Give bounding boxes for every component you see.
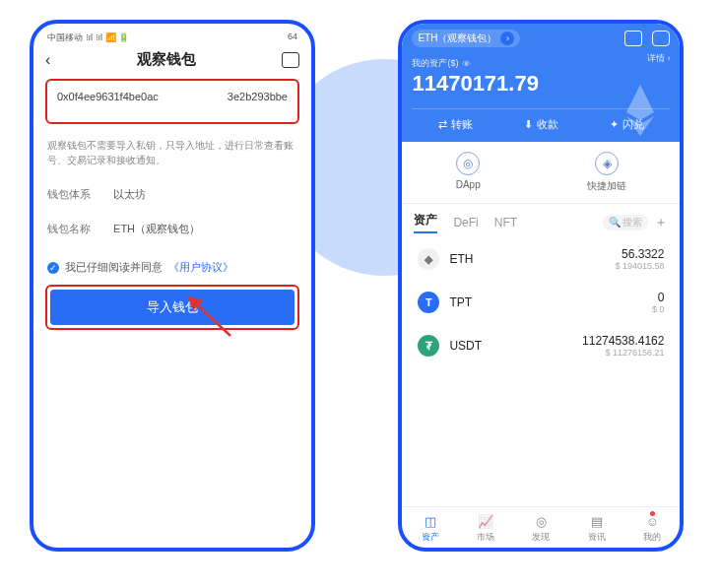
nav-market[interactable]: 📈 市场 — [477, 513, 494, 544]
user-agreement-link[interactable]: 《用户协议》 — [168, 260, 233, 275]
tpt-icon: Т — [418, 292, 439, 313]
agreement-row[interactable]: ✓ 我已仔细阅读并同意 《用户协议》 — [47, 260, 297, 275]
tab-defi[interactable]: DeFi — [453, 216, 478, 229]
wallet-system-row: 钱包体系 以太坊 — [47, 187, 297, 202]
transfer-icon: ⇄ — [438, 118, 447, 131]
add-token-button[interactable]: ＋ — [654, 214, 668, 231]
details-link[interactable]: 详情 › — [412, 52, 670, 65]
tab-nft[interactable]: NFT — [494, 216, 517, 229]
description-text: 观察钱包不需要导入私钥，只导入地址，进行日常查看账号、交易记录和接收通知。 — [47, 138, 297, 167]
transfer-button[interactable]: ⇄转账 — [438, 117, 473, 132]
import-wallet-button[interactable]: 导入钱包 — [50, 290, 295, 325]
usdt-icon: ₮ — [418, 335, 439, 357]
compass-icon: ◎ — [532, 513, 550, 529]
chain-icon: ◈ — [595, 152, 619, 175]
nav-me[interactable]: ☺ 我的 — [643, 513, 661, 544]
scan-icon[interactable] — [282, 52, 299, 68]
receive-icon: ⬇ — [524, 118, 533, 131]
wallet-name-row: 钱包名称 ETH（观察钱包） — [47, 222, 297, 236]
nav-discover[interactable]: ◎ 发现 — [532, 513, 550, 544]
tab-assets[interactable]: 资产 — [414, 212, 437, 233]
back-button[interactable]: ‹ — [45, 51, 50, 69]
dapp-button[interactable]: ◎ DApp — [456, 152, 481, 193]
news-icon: ▤ — [588, 513, 606, 529]
market-icon: 📈 — [477, 513, 494, 529]
chevron-right-icon: › — [500, 32, 514, 45]
status-bar: 中国移动 ⁝ıl ⁝ıl 📶 🔋 64 — [45, 32, 299, 44]
menu-icon[interactable] — [652, 31, 670, 46]
search-input[interactable]: 🔍 搜索 — [603, 215, 649, 230]
wallet-header: ETH（观察钱包） › 我的资产($) 👁 详情 › 11470171.79 ⇄… — [402, 24, 680, 142]
chain-selector[interactable]: ETH（观察钱包） › — [412, 30, 520, 47]
address-input[interactable]: 0x0f4ee9631f4be0ac 3e2b293bbe — [45, 79, 299, 124]
asset-row-eth[interactable]: ◆ ETH 56.3322 $ 194015.58 — [414, 237, 668, 281]
checkbox-icon[interactable]: ✓ — [47, 262, 59, 274]
receive-button[interactable]: ⬇收款 — [524, 117, 558, 132]
add-chain-button[interactable]: ◈ 快捷加链 — [587, 152, 626, 193]
swap-button[interactable]: ✦闪兑 — [610, 117, 644, 132]
scan-icon[interactable] — [624, 31, 642, 46]
wallet-icon: ◫ — [422, 513, 439, 529]
nav-news[interactable]: ▤ 资讯 — [588, 513, 606, 544]
eth-icon: ◆ — [418, 248, 439, 270]
asset-row-tpt[interactable]: Т TPT 0 $ 0 — [414, 281, 668, 324]
compass-icon: ◎ — [456, 152, 480, 175]
svg-line-0 — [189, 297, 230, 336]
annotation-arrow-icon — [181, 292, 240, 341]
import-button-highlight: 导入钱包 — [45, 285, 299, 330]
page-title: 观察钱包 — [137, 50, 196, 69]
nav-assets[interactable]: ◫ 资产 — [422, 513, 439, 544]
wallet-home-screen: ETH（观察钱包） › 我的资产($) 👁 详情 › 11470171.79 ⇄… — [398, 20, 684, 552]
asset-row-usdt[interactable]: ₮ USDT 11274538.4162 $ 11276156.21 — [414, 324, 668, 367]
import-wallet-screen: 中国移动 ⁝ıl ⁝ıl 📶 🔋 64 ‹ 观察钱包 0x0f4ee9631f4… — [30, 20, 315, 552]
swap-icon: ✦ — [610, 118, 619, 131]
